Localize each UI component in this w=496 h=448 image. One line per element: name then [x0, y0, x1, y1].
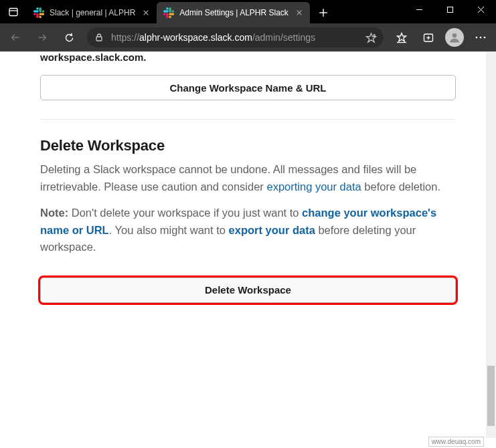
tab-strip: Slack | general | ALPHR Admin Settings |…: [27, 0, 334, 23]
tab-admin-settings[interactable]: Admin Settings | ALPHR Slack: [157, 2, 310, 23]
delete-note-text: Note: Don't delete your workspace if you…: [40, 205, 456, 256]
tab-title: Admin Settings | ALPHR Slack: [179, 8, 288, 17]
refresh-button[interactable]: [56, 25, 82, 49]
collections-button[interactable]: [416, 25, 441, 49]
exporting-your-data-link[interactable]: exporting your data: [266, 181, 361, 193]
delete-workspace-heading: Delete Workspace: [40, 137, 456, 154]
url-text: https://alphr-workspace.slack.com/admin/…: [111, 32, 358, 43]
profile-button[interactable]: [445, 28, 464, 47]
tab-slack-general[interactable]: Slack | general | ALPHR: [27, 2, 157, 23]
delete-warning-text: Deleting a Slack workspace cannot be und…: [40, 161, 456, 195]
back-button[interactable]: [3, 25, 28, 49]
favorite-icon[interactable]: [365, 32, 377, 43]
svg-rect-14: [96, 37, 102, 41]
watermark: www.deuaq.com: [428, 437, 484, 447]
close-icon[interactable]: [294, 7, 305, 18]
workspace-url-fragment: workspace.slack.com.: [40, 51, 456, 75]
page-content: workspace.slack.com. Change Workspace Na…: [0, 51, 496, 448]
svg-point-26: [484, 37, 486, 39]
tab-title: Slack | general | ALPHR: [50, 8, 135, 17]
forward-button[interactable]: [29, 25, 55, 49]
slack-icon: [163, 7, 174, 18]
window-controls: [404, 0, 496, 23]
change-workspace-name-button[interactable]: Change Workspace Name & URL: [40, 75, 456, 100]
maximize-button[interactable]: [434, 0, 465, 19]
titlebar-left: Slack | general | ALPHR Admin Settings |…: [0, 0, 334, 23]
close-icon[interactable]: [141, 7, 151, 18]
close-window-button[interactable]: [465, 0, 496, 19]
scrollbar[interactable]: [486, 51, 496, 438]
divider: [40, 119, 456, 120]
scrollbar-thumb[interactable]: [487, 366, 495, 426]
minimize-button[interactable]: [404, 0, 434, 19]
delete-workspace-button[interactable]: Delete Workspace: [40, 277, 456, 303]
slack-icon: [33, 7, 44, 18]
settings-card: workspace.slack.com. Change Workspace Na…: [40, 51, 456, 303]
browser-toolbar: https://alphr-workspace.slack.com/admin/…: [0, 23, 496, 51]
svg-point-25: [480, 37, 482, 39]
new-tab-button[interactable]: [313, 2, 334, 23]
menu-button[interactable]: [468, 25, 493, 49]
svg-rect-9: [447, 7, 452, 13]
export-your-data-link[interactable]: export your data: [229, 224, 315, 236]
svg-point-23: [452, 33, 457, 38]
tab-actions-button[interactable]: [0, 0, 27, 23]
svg-rect-0: [9, 8, 17, 15]
lock-icon: [94, 33, 104, 42]
svg-point-24: [476, 37, 478, 39]
browser-titlebar: Slack | general | ALPHR Admin Settings |…: [0, 0, 496, 23]
address-bar[interactable]: https://alphr-workspace.slack.com/admin/…: [87, 27, 384, 47]
svg-marker-18: [398, 33, 406, 42]
favorites-button[interactable]: [389, 25, 414, 49]
